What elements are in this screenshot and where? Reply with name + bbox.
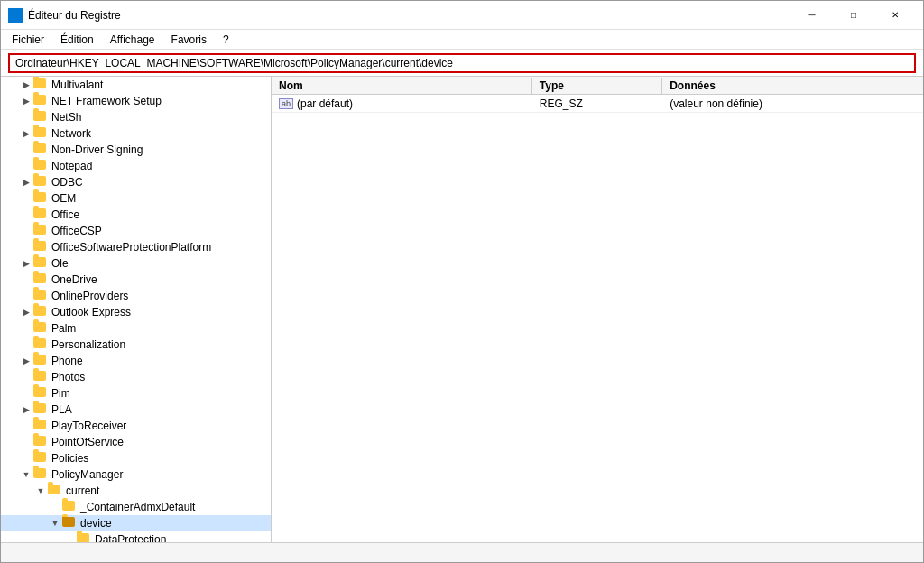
menu-fichier[interactable]: Fichier xyxy=(5,32,51,48)
folder-icon xyxy=(62,517,77,530)
folder-icon xyxy=(33,160,48,172)
tree-item-notepad[interactable]: ▶ Notepad xyxy=(1,158,271,174)
address-bar xyxy=(1,50,923,77)
tree-item-onedrive[interactable]: ▶ OneDrive xyxy=(1,272,271,288)
expand-arrow: ▼ xyxy=(48,516,62,531)
tree-item-playtoreceiver[interactable]: ▶ PlayToReceiver xyxy=(1,418,271,434)
tree-item-multivalant[interactable]: ▶ Multivalant xyxy=(1,77,271,93)
tree-item-containeradmx[interactable]: ▶ _ContainerAdmxDefault xyxy=(1,499,271,515)
folder-icon xyxy=(48,485,62,497)
tree-item-network[interactable]: ▶ Network xyxy=(1,125,271,142)
tree-item-non-driver[interactable]: ▶ Non-Driver Signing xyxy=(1,142,271,158)
folder-icon xyxy=(33,95,48,107)
tree-item-net-framework[interactable]: ▶ NET Framework Setup xyxy=(1,93,271,109)
folder-icon xyxy=(33,273,48,286)
title-bar: Éditeur du Registre ─ □ ✕ xyxy=(1,1,923,30)
tree-item-ole[interactable]: ▶ Ole xyxy=(1,255,271,272)
folder-icon xyxy=(33,387,48,400)
detail-header: Nom Type Données xyxy=(272,77,923,95)
header-nom: Nom xyxy=(272,78,532,94)
tree-item-outlook-express[interactable]: ▶ Outlook Express xyxy=(1,304,271,320)
menu-affichage[interactable]: Affichage xyxy=(103,32,162,48)
menu-help[interactable]: ? xyxy=(216,32,236,48)
tree-item-oem[interactable]: ▶ OEM xyxy=(1,190,271,207)
expand-arrow: ▼ xyxy=(33,484,48,498)
tree-item-office[interactable]: ▶ Office xyxy=(1,207,271,223)
expand-arrow: ▶ xyxy=(19,305,33,319)
menu-favoris[interactable]: Favoris xyxy=(164,32,214,48)
tree-item-palm[interactable]: ▶ Palm xyxy=(1,320,271,337)
tree-item-pim[interactable]: ▶ Pim xyxy=(1,385,271,401)
folder-icon xyxy=(33,192,48,205)
tree-item-onlineproviders[interactable]: ▶ OnlineProviders xyxy=(1,288,271,304)
folder-icon xyxy=(33,257,48,270)
tree-item-device[interactable]: ▼ device xyxy=(1,515,271,531)
svg-rect-1 xyxy=(16,10,21,14)
folder-icon xyxy=(33,468,48,481)
close-button[interactable]: ✕ xyxy=(874,1,916,30)
maximize-button[interactable]: □ xyxy=(833,1,874,30)
tree-item-pla[interactable]: ▶ PLA xyxy=(1,401,271,418)
app-icon xyxy=(8,8,23,23)
folder-icon xyxy=(33,403,48,416)
tree-item-netsh[interactable]: ▶ NetSh xyxy=(1,109,271,125)
tree-item-photos[interactable]: ▶ Photos xyxy=(1,369,271,385)
cell-type: REG_SZ xyxy=(532,96,662,112)
menu-bar: Fichier Édition Affichage Favoris ? xyxy=(1,30,923,50)
tree-item-officespp[interactable]: ▶ OfficeSoftwareProtectionPlatform xyxy=(1,239,271,255)
folder-icon xyxy=(33,306,48,318)
tree-item-personalization[interactable]: ▶ Personalization xyxy=(1,337,271,353)
detail-row-default[interactable]: ab (par défaut) REG_SZ (valeur non défin… xyxy=(272,95,923,113)
tree-item-phone[interactable]: ▶ Phone xyxy=(1,353,271,369)
svg-rect-0 xyxy=(10,10,14,14)
folder-icon xyxy=(33,78,48,91)
svg-rect-2 xyxy=(10,16,14,21)
header-type: Type xyxy=(532,78,662,94)
folder-icon xyxy=(33,241,48,254)
folder-icon xyxy=(33,143,48,156)
folder-icon xyxy=(33,420,48,432)
tree-item-policymanager[interactable]: ▼ PolicyManager xyxy=(1,466,271,483)
expand-arrow: ▶ xyxy=(19,256,33,271)
tree-item-policies[interactable]: ▶ Policies xyxy=(1,450,271,466)
expand-arrow: ▶ xyxy=(19,354,33,368)
expand-arrow: ▼ xyxy=(19,467,33,482)
tree-item-odbc[interactable]: ▶ ODBC xyxy=(1,174,271,190)
detail-pane: Nom Type Données ab (par défaut) REG_SZ … xyxy=(272,77,923,542)
registry-editor-window: Éditeur du Registre ─ □ ✕ Fichier Éditio… xyxy=(0,0,924,563)
ab-icon: ab xyxy=(279,98,293,109)
menu-edition[interactable]: Édition xyxy=(53,32,101,48)
folder-icon xyxy=(33,290,48,302)
folder-icon xyxy=(33,436,48,448)
address-input[interactable] xyxy=(8,53,916,73)
folder-icon xyxy=(33,208,48,221)
folder-icon xyxy=(62,501,77,513)
expand-arrow: ▶ xyxy=(19,78,33,92)
minimize-button[interactable]: ─ xyxy=(791,1,833,30)
cell-data: (valeur non définie) xyxy=(662,96,923,112)
main-content: ▶ Multivalant ▶ NET Framework Setup ▶ Ne… xyxy=(1,77,923,542)
folder-icon xyxy=(77,533,91,542)
tree-item-current[interactable]: ▼ current xyxy=(1,483,271,499)
folder-icon xyxy=(33,176,48,189)
folder-icon xyxy=(33,127,48,140)
header-donnees: Données xyxy=(662,78,923,94)
expand-arrow: ▶ xyxy=(19,402,33,417)
tree-item-pointofservice[interactable]: ▶ PointOfService xyxy=(1,434,271,450)
svg-rect-3 xyxy=(16,16,21,21)
expand-arrow: ▶ xyxy=(19,94,33,108)
folder-icon xyxy=(33,111,48,124)
status-bar xyxy=(1,542,923,562)
tree-item-officecsp[interactable]: ▶ OfficeCSP xyxy=(1,223,271,239)
cell-nom-label: (par défaut) xyxy=(297,97,353,110)
window-controls: ─ □ ✕ xyxy=(791,1,916,30)
tree-pane[interactable]: ▶ Multivalant ▶ NET Framework Setup ▶ Ne… xyxy=(1,77,272,542)
tree-item-dataprotection[interactable]: ▶ DataProtection xyxy=(1,531,271,542)
expand-arrow: ▶ xyxy=(19,175,33,189)
folder-icon xyxy=(33,338,48,351)
cell-nom: ab (par défaut) xyxy=(272,96,532,112)
folder-icon xyxy=(33,225,48,237)
folder-icon xyxy=(33,371,48,383)
window-title: Éditeur du Registre xyxy=(28,9,791,22)
expand-arrow: ▶ xyxy=(19,126,33,141)
